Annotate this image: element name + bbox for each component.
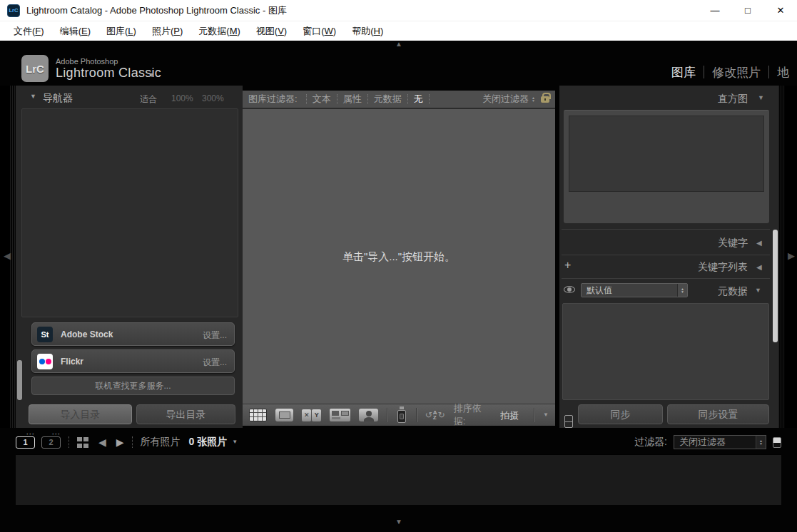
people-view-icon[interactable] — [359, 409, 378, 421]
menu-label: ) — [88, 26, 91, 36]
navigator-collapse-icon[interactable]: ▼ — [30, 93, 36, 100]
menu-file[interactable]: 文件(F) — [6, 21, 52, 41]
menu-label: 图库( — [106, 26, 128, 36]
filter-separator — [407, 94, 408, 104]
publish-service-adobe-stock[interactable]: St Adobe Stock 设置... — [31, 322, 235, 346]
keywording-title[interactable]: 关键字 — [559, 237, 748, 250]
menu-label: ) — [284, 26, 287, 36]
sort-value-dropdown[interactable]: 拍摄 — [500, 409, 525, 422]
menu-label: ) — [180, 26, 183, 36]
painter-spray-icon[interactable] — [396, 406, 407, 424]
filter-preset-spinner-icon[interactable]: ▲ ▼ — [532, 96, 535, 102]
left-panel-collapse-icon[interactable]: ◀ — [4, 251, 11, 260]
menu-hotkey: W — [325, 26, 333, 36]
brand-adobe-photoshop: Adobe Photoshop — [56, 57, 118, 66]
toolbar-caret-icon[interactable]: ▼ — [543, 412, 549, 418]
histogram-collapse-icon[interactable]: ▼ — [758, 95, 764, 101]
filter-option-none[interactable]: 无 — [414, 93, 423, 106]
menu-photo[interactable]: 照片(P) — [144, 21, 191, 41]
bottom-panel-collapse-icon[interactable]: ▼ — [390, 518, 407, 526]
navigator-preview — [21, 108, 238, 317]
navigator-zoom-100[interactable]: 100% — [171, 93, 193, 103]
filter-lock-icon[interactable] — [541, 96, 549, 103]
toolbar-divider — [416, 408, 417, 422]
menu-window[interactable]: 窗口(W) — [295, 21, 344, 41]
panel-divider — [562, 255, 770, 255]
filter-option-text[interactable]: 文本 — [313, 93, 331, 106]
histogram-title[interactable]: 直方图 — [559, 93, 748, 106]
filter-separator — [429, 94, 430, 104]
top-panel-collapse-icon[interactable]: ▲ — [390, 41, 407, 48]
previous-photo-icon[interactable]: ◀ — [98, 437, 106, 447]
publish-service-name: Adobe Stock — [61, 329, 113, 339]
find-more-services-button[interactable]: 联机查找更多服务... — [31, 377, 235, 395]
publish-service-settings-link[interactable]: 设置... — [203, 329, 227, 342]
metadata-eye-icon[interactable] — [564, 286, 575, 293]
menu-label: 文件( — [14, 26, 35, 36]
az-icon — [433, 410, 437, 420]
grid-view-icon[interactable] — [249, 409, 267, 421]
panel-divider — [562, 278, 770, 279]
left-edge-ridges — [10, 86, 16, 428]
right-panel-collapse-icon[interactable]: ▶ — [788, 251, 795, 260]
sort-direction-icon[interactable]: ↺ ↻ — [425, 410, 445, 420]
filter-option-attribute[interactable]: 属性 — [343, 93, 362, 106]
keyword-list-collapse-icon[interactable]: ◀ — [756, 264, 762, 271]
filter-toggle-icon[interactable] — [773, 437, 781, 448]
loupe-view-icon[interactable] — [275, 409, 293, 421]
next-photo-icon[interactable]: ▶ — [116, 437, 124, 447]
dropdown-spinner-icon: ▲ ▼ — [756, 436, 766, 449]
survey-view-icon[interactable] — [330, 409, 350, 421]
identity-plate-menu-icon[interactable]: ▼ — [148, 72, 155, 78]
main-window-button[interactable]: 1 — [16, 436, 35, 449]
module-map[interactable]: 地 — [777, 64, 789, 81]
filmstrip-filter-dropdown[interactable]: 关闭过滤器 ▲ ▼ — [674, 435, 766, 449]
library-toolbar: ↺ ↻ 排序依据: 拍摄 ▼ — [243, 404, 555, 426]
toolbar-divider — [387, 408, 387, 422]
adobe-stock-icon: St — [37, 327, 53, 342]
menu-library[interactable]: 图库(L) — [98, 21, 144, 41]
import-catalog-button[interactable]: 导入目录 — [29, 404, 132, 424]
filmstrip-source[interactable]: 所有照片 — [141, 436, 181, 449]
keywording-collapse-icon[interactable]: ◀ — [756, 240, 762, 247]
publish-service-settings-link[interactable]: 设置... — [203, 357, 227, 369]
filmstrip-filter-label: 过滤器: — [634, 436, 667, 449]
menu-help[interactable]: 帮助(H) — [344, 21, 391, 41]
library-filter-bar: 图库过滤器: 文本 属性 元数据 无 关闭过滤器 ▲ ▼ — [243, 91, 555, 109]
second-window-button[interactable]: 2 — [41, 436, 61, 449]
navigator-zoom-fit[interactable]: 适合 — [140, 93, 157, 106]
right-panel-scrollbar-thumb[interactable] — [773, 230, 778, 342]
sync-settings-button[interactable]: 同步设置 — [667, 404, 769, 424]
minimize-button[interactable]: — — [699, 0, 731, 21]
metadata-title[interactable]: 元数据 — [676, 285, 748, 298]
publish-service-flickr[interactable]: Flickr 设置... — [31, 349, 235, 373]
compare-view-icon[interactable] — [302, 409, 321, 421]
module-develop[interactable]: 修改照片 — [712, 64, 761, 81]
keyword-list-title[interactable]: 关键字列表 — [559, 261, 748, 274]
module-library[interactable]: 图库 — [671, 64, 696, 81]
maximize-button[interactable]: □ — [731, 0, 764, 21]
menu-metadata[interactable]: 元数据(M) — [191, 21, 248, 41]
module-separator — [704, 66, 704, 78]
menu-view[interactable]: 视图(V) — [248, 21, 295, 41]
metadata-content — [562, 303, 769, 400]
metadata-preset-dropdown[interactable]: 默认值 ▲ ▼ — [581, 283, 688, 297]
go-to-grid-icon[interactable] — [77, 437, 88, 448]
auto-sync-toggle-icon[interactable] — [564, 415, 573, 428]
rotate-right-icon: ↻ — [438, 410, 445, 420]
close-button[interactable]: ✕ — [764, 0, 797, 21]
filter-option-metadata[interactable]: 元数据 — [374, 93, 402, 106]
navigator-zoom-300[interactable]: 300% — [202, 93, 224, 103]
export-catalog-button[interactable]: 导出目录 — [136, 404, 235, 424]
filmstrip-separator — [68, 436, 69, 448]
metadata-collapse-icon[interactable]: ▼ — [755, 287, 761, 294]
source-caret-icon[interactable]: ▼ — [232, 439, 238, 445]
sync-button[interactable]: 同步 — [578, 404, 663, 424]
filter-preset-dropdown[interactable]: 关闭过滤器 — [482, 93, 529, 106]
menu-edit[interactable]: 编辑(E) — [52, 21, 98, 41]
panel-divider — [562, 229, 770, 230]
window-titlebar: LrC Lightroom Catalog - Adobe Photoshop … — [0, 0, 797, 21]
left-panel-scrollbar-thumb[interactable] — [17, 360, 22, 400]
lightroom-logo: LrC — [21, 55, 49, 82]
menubar: 文件(F) 编辑(E) 图库(L) 照片(P) 元数据(M) 视图(V) 窗口(… — [0, 21, 797, 41]
